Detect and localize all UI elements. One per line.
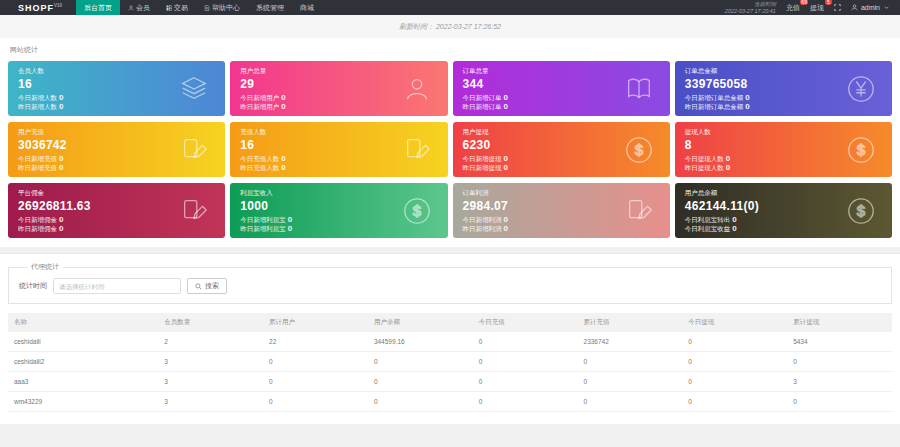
- table-cell: 0: [368, 392, 473, 412]
- logo-version: V10: [54, 3, 62, 8]
- table-cell: 0: [787, 392, 892, 412]
- table-row: ceshidaili222344599.160233674205434: [8, 332, 892, 352]
- dollar-circle-icon: [846, 196, 876, 226]
- agent-table-head-row: 名称会员数量累计用户用户余额今日充值累计充值今日提现累计提现: [8, 313, 892, 332]
- person-icon: [128, 5, 134, 11]
- recharge-badge: 69: [800, 0, 808, 5]
- table-cell: 0: [578, 352, 683, 372]
- stats-panel: 网站统计 会员人数 16 今日新增人数0 昨日新增人数0 用户总量 29 今日新…: [0, 38, 900, 247]
- stat-card-order-amount: 订单总金额 339765058 今日新增订单总金额0 昨日新增订单总金额0: [675, 61, 892, 116]
- stat-card-members: 会员人数 16 今日新增人数0 昨日新增人数0: [8, 61, 225, 116]
- section-title: 网站统计: [8, 43, 892, 61]
- menu-item-help-center[interactable]: 帮助中心: [196, 0, 248, 15]
- menu-item-members[interactable]: 会员: [120, 0, 158, 15]
- card-edit-icon: [179, 196, 209, 226]
- refresh-time-bar: 刷新时间： 2022-03-27 17:26:52: [0, 15, 900, 38]
- stat-card-orders: 订单总量 344 今日新增订单0 昨日新增订单0: [453, 61, 670, 116]
- table-cell: 0: [473, 372, 578, 392]
- table-cell: 0: [682, 392, 787, 412]
- card-edit-icon: [402, 135, 432, 165]
- book-icon: [624, 74, 654, 104]
- table-cell: aaa3: [8, 372, 158, 392]
- navbar-right: 当前时间 2022-03-27 17:20:41 充值 69 提现 5 admi…: [725, 1, 890, 14]
- dollar-circle-icon: [846, 135, 876, 165]
- withdraw-badge: 5: [825, 0, 832, 5]
- table-cell: 0: [263, 392, 368, 412]
- table-cell: 3: [158, 392, 263, 412]
- table-cell: 0: [368, 372, 473, 392]
- menu-item-mall[interactable]: 商城: [292, 0, 322, 15]
- table-header-cell: 今日提现: [682, 313, 787, 332]
- yen-circle-icon: [846, 74, 876, 104]
- agent-panel-title: 代理统计: [27, 262, 63, 272]
- withdraw-link[interactable]: 提现 5: [810, 3, 824, 13]
- table-row: ceshidaili23000000: [8, 352, 892, 372]
- top-navbar: SHOPFV10 后台首页 会员 交易 帮助中心 系统管理 商城 当前时间 20…: [0, 0, 900, 15]
- menu-item-dashboard[interactable]: 后台首页: [76, 0, 120, 15]
- current-time: 当前时间 2022-03-27 17:20:41: [725, 1, 776, 14]
- table-header-cell: 用户余额: [368, 313, 473, 332]
- table-cell: 3: [158, 352, 263, 372]
- table-cell: 0: [368, 352, 473, 372]
- table-cell: 3: [158, 372, 263, 392]
- app-logo: SHOPFV10: [18, 3, 62, 13]
- table-cell: wm43229: [8, 392, 158, 412]
- table-cell: 0: [578, 392, 683, 412]
- stat-card-withdraw-users: 提现人数 8 今日提现人数0 昨日提现人数0: [675, 122, 892, 177]
- chevron-down-icon: [883, 4, 890, 11]
- stat-card-commission: 平台佣金 26926811.63 今日新增佣金0 昨日新增佣金0: [8, 183, 225, 238]
- table-cell: 0: [682, 352, 787, 372]
- menu-item-transactions[interactable]: 交易: [158, 0, 196, 15]
- fullscreen-icon[interactable]: [834, 4, 841, 11]
- table-cell: 344599.16: [368, 332, 473, 352]
- user-menu[interactable]: admin: [851, 4, 890, 11]
- filter-label: 统计时间: [19, 281, 47, 291]
- stat-card-order-profit: 订单利润 2984.07 今日新增利润0 昨日新增利润0: [453, 183, 670, 238]
- table-cell: ceshidaili: [8, 332, 158, 352]
- table-cell: 0: [682, 332, 787, 352]
- table-header-cell: 累计提现: [787, 313, 892, 332]
- table-cell: 0: [682, 372, 787, 392]
- table-cell: 2: [158, 332, 263, 352]
- dollar-circle-icon: [402, 196, 432, 226]
- table-cell: 0: [578, 372, 683, 392]
- table-cell: 0: [473, 392, 578, 412]
- search-icon: [195, 283, 202, 290]
- menu-item-system[interactable]: 系统管理: [248, 0, 292, 15]
- table-header-cell: 累计充值: [578, 313, 683, 332]
- user-icon: [402, 74, 432, 104]
- table-cell: ceshidaili2: [8, 352, 158, 372]
- table-header-cell: 累计用户: [263, 313, 368, 332]
- refresh-time-text: 刷新时间： 2022-03-27 17:26:52: [399, 22, 501, 32]
- stat-card-recharge-users: 充值人数 16 今日充值人数0 昨日充值人数0: [230, 122, 447, 177]
- recharge-link[interactable]: 充值 69: [786, 3, 800, 13]
- stat-time-input[interactable]: [53, 278, 181, 294]
- table-cell: 2336742: [578, 332, 683, 352]
- card-edit-icon: [179, 135, 209, 165]
- table-cell: 0: [473, 332, 578, 352]
- layers-icon: [179, 74, 209, 104]
- table-header-cell: 名称: [8, 313, 158, 332]
- stat-card-grid: 会员人数 16 今日新增人数0 昨日新增人数0 用户总量 29 今日新增用户0 …: [8, 61, 892, 238]
- dollar-circle-icon: [624, 135, 654, 165]
- table-cell: 22: [263, 332, 368, 352]
- table-header-cell: 会员数量: [158, 313, 263, 332]
- stat-card-user-withdraw: 用户提现 6230 今日新增提现0 昨日新增提现0: [453, 122, 670, 177]
- user-avatar-icon: [851, 4, 858, 11]
- table-cell: 5434: [787, 332, 892, 352]
- username: admin: [861, 4, 880, 11]
- agent-stats-table: 名称会员数量累计用户用户余额今日充值累计充值今日提现累计提现 ceshidail…: [8, 313, 892, 412]
- stat-card-interest-income: 利息宝收入 1000 今日新增利息宝0 昨日新增利息宝0: [230, 183, 447, 238]
- table-header-cell: 今日充值: [473, 313, 578, 332]
- filter-row: 统计时间 搜索: [19, 278, 881, 294]
- stat-card-user-balance: 用户总余额 462144.11(0) 今日利息宝转出0 今日利息宝收益0: [675, 183, 892, 238]
- table-cell: 0: [263, 352, 368, 372]
- main-menu: 后台首页 会员 交易 帮助中心 系统管理 商城: [76, 0, 322, 15]
- table-cell: 3: [787, 372, 892, 392]
- table-cell: 0: [263, 372, 368, 392]
- card-edit-icon: [624, 196, 654, 226]
- search-button[interactable]: 搜索: [187, 278, 227, 294]
- agent-table-body: ceshidaili222344599.160233674205434ceshi…: [8, 332, 892, 412]
- table-row: aaa33000003: [8, 372, 892, 392]
- stat-card-user-recharge: 用户充值 3036742 今日新增充值0 昨日新增充值0: [8, 122, 225, 177]
